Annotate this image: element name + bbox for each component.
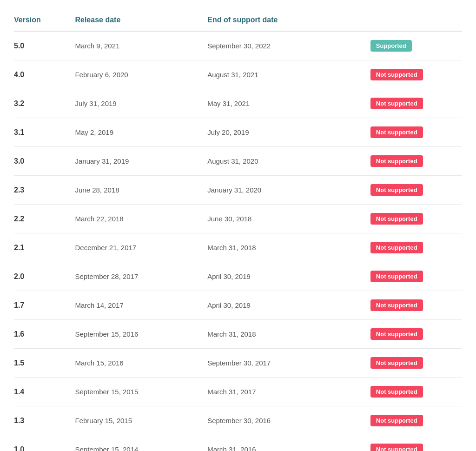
table-row: 1.7March 14, 2017April 30, 2019Not suppo…: [14, 291, 462, 320]
cell-version: 4.0: [14, 60, 75, 89]
cell-end-of-support: March 31, 2018: [207, 320, 370, 349]
table-row: 3.1May 2, 2019July 20, 2019Not supported: [14, 118, 462, 147]
header-release-date: Release date: [75, 9, 207, 31]
cell-release-date: September 28, 2017: [75, 262, 207, 291]
cell-release-date: February 6, 2020: [75, 60, 207, 89]
status-badge: Not supported: [370, 242, 423, 253]
cell-release-date: March 22, 2018: [75, 205, 207, 233]
cell-release-date: January 31, 2019: [75, 147, 207, 176]
cell-end-of-support: April 30, 2019: [207, 262, 370, 291]
cell-release-date: February 15, 2015: [75, 406, 207, 435]
status-badge: Not supported: [370, 213, 423, 225]
cell-end-of-support: August 31, 2021: [207, 60, 370, 89]
status-badge: Supported: [370, 40, 412, 52]
cell-status: Not supported: [370, 406, 462, 435]
cell-status: Not supported: [370, 435, 462, 451]
table-row: 5.0March 9, 2021September 30, 2022Suppor…: [14, 31, 462, 60]
cell-release-date: March 15, 2016: [75, 349, 207, 378]
table-row: 1.5March 15, 2016September 30, 2017Not s…: [14, 349, 462, 378]
status-badge: Not supported: [370, 357, 423, 369]
status-badge: Not supported: [370, 328, 423, 340]
header-version: Version: [14, 9, 75, 31]
cell-version: 3.2: [14, 89, 75, 118]
cell-status: Not supported: [370, 378, 462, 406]
table-row: 1.6September 15, 2016March 31, 2018Not s…: [14, 320, 462, 349]
cell-status: Not supported: [370, 118, 462, 147]
cell-release-date: July 31, 2019: [75, 89, 207, 118]
cell-version: 1.5: [14, 349, 75, 378]
cell-end-of-support: May 31, 2021: [207, 89, 370, 118]
cell-end-of-support: September 30, 2017: [207, 349, 370, 378]
cell-status: Not supported: [370, 205, 462, 233]
cell-release-date: September 15, 2015: [75, 378, 207, 406]
table-header-row: Version Release date End of support date: [14, 9, 462, 31]
cell-version: 2.2: [14, 205, 75, 233]
status-badge: Not supported: [370, 184, 423, 196]
cell-release-date: March 14, 2017: [75, 291, 207, 320]
cell-version: 3.0: [14, 147, 75, 176]
status-badge: Not supported: [370, 386, 423, 398]
cell-version: 1.6: [14, 320, 75, 349]
status-badge: Not supported: [370, 155, 423, 167]
table-row: 1.4September 15, 2015March 31, 2017Not s…: [14, 378, 462, 406]
cell-version: 2.1: [14, 233, 75, 262]
status-badge: Not supported: [370, 271, 423, 282]
cell-status: Not supported: [370, 233, 462, 262]
cell-status: Not supported: [370, 349, 462, 378]
table-row: 2.2March 22, 2018June 30, 2018Not suppor…: [14, 205, 462, 233]
cell-version: 3.1: [14, 118, 75, 147]
cell-status: Not supported: [370, 262, 462, 291]
cell-version: 2.3: [14, 176, 75, 205]
status-badge: Not supported: [370, 98, 423, 109]
cell-version: 1.0: [14, 435, 75, 451]
cell-end-of-support: March 31, 2016: [207, 435, 370, 451]
version-support-table: Version Release date End of support date…: [14, 9, 462, 451]
table-row: 3.0January 31, 2019August 31, 2020Not su…: [14, 147, 462, 176]
cell-end-of-support: March 31, 2018: [207, 233, 370, 262]
cell-status: Not supported: [370, 176, 462, 205]
cell-release-date: September 15, 2014: [75, 435, 207, 451]
cell-version: 2.0: [14, 262, 75, 291]
table-row: 3.2July 31, 2019May 31, 2021Not supporte…: [14, 89, 462, 118]
cell-release-date: December 21, 2017: [75, 233, 207, 262]
cell-status: Not supported: [370, 320, 462, 349]
cell-release-date: May 2, 2019: [75, 118, 207, 147]
table-row: 2.1December 21, 2017March 31, 2018Not su…: [14, 233, 462, 262]
cell-end-of-support: March 31, 2017: [207, 378, 370, 406]
table-row: 2.3June 28, 2018January 31, 2020Not supp…: [14, 176, 462, 205]
cell-end-of-support: January 31, 2020: [207, 176, 370, 205]
cell-end-of-support: July 20, 2019: [207, 118, 370, 147]
cell-version: 1.4: [14, 378, 75, 406]
table-row: 2.0September 28, 2017April 30, 2019Not s…: [14, 262, 462, 291]
cell-version: 1.7: [14, 291, 75, 320]
status-badge: Not supported: [370, 415, 423, 426]
table-row: 4.0February 6, 2020August 31, 2021Not su…: [14, 60, 462, 89]
status-badge: Not supported: [370, 299, 423, 311]
cell-release-date: September 15, 2016: [75, 320, 207, 349]
status-badge: Not supported: [370, 444, 423, 451]
cell-end-of-support: June 30, 2018: [207, 205, 370, 233]
header-status: [370, 9, 462, 31]
cell-status: Not supported: [370, 89, 462, 118]
table-row: 1.3February 15, 2015September 30, 2016No…: [14, 406, 462, 435]
status-badge: Not supported: [370, 69, 423, 80]
table-row: 1.0September 15, 2014March 31, 2016Not s…: [14, 435, 462, 451]
cell-end-of-support: April 30, 2019: [207, 291, 370, 320]
cell-version: 1.3: [14, 406, 75, 435]
cell-release-date: March 9, 2021: [75, 31, 207, 60]
cell-end-of-support: September 30, 2016: [207, 406, 370, 435]
cell-status: Not supported: [370, 60, 462, 89]
header-end-of-support: End of support date: [207, 9, 370, 31]
cell-end-of-support: September 30, 2022: [207, 31, 370, 60]
cell-status: Not supported: [370, 291, 462, 320]
cell-end-of-support: August 31, 2020: [207, 147, 370, 176]
cell-status: Not supported: [370, 147, 462, 176]
cell-status: Supported: [370, 31, 462, 60]
cell-version: 5.0: [14, 31, 75, 60]
status-badge: Not supported: [370, 126, 423, 138]
cell-release-date: June 28, 2018: [75, 176, 207, 205]
